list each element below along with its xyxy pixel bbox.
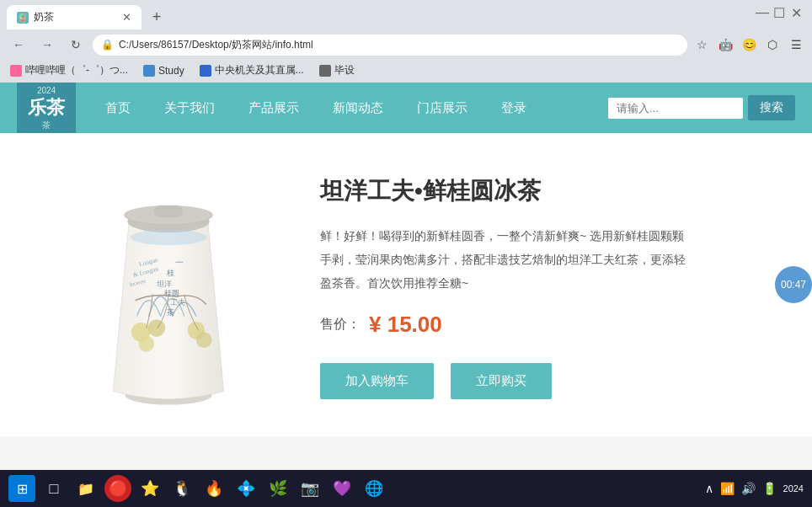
bookmark-gov-label: 中央机关及其直属... [215,63,304,77]
maximize-btn[interactable]: ☐ [773,7,785,19]
search-input[interactable] [608,98,743,119]
timer-badge: 00:47 [775,266,812,303]
search-area: 搜索 [608,95,795,120]
address-text: C:/Users/86157/Desktop/奶茶网站/info.html [119,38,313,52]
study-icon [143,65,155,77]
gov-icon [200,65,211,77]
svg-point-9 [196,332,212,348]
nav-links: 首页 关于我们 产品展示 新闻动态 门店展示 登录 [101,96,608,120]
extensions-btn[interactable]: ⬡ [763,35,782,54]
security-icon: 🔒 [101,39,114,51]
extension-icon[interactable]: 😊 [740,35,758,54]
svg-text:桂: 桂 [166,269,174,277]
top-navigation: 2024 乐茶 茶 首页 关于我们 产品展示 新闻动态 门店展示 登录 搜索 [0,83,812,133]
svg-point-7 [138,336,154,352]
buy-now-button[interactable]: 立即购买 [451,363,552,399]
nav-home[interactable]: 首页 [101,96,135,120]
bookmark-bilibili[interactable]: 哔哩哔哩（゜-゜）つ... [7,61,131,79]
timer-text: 00:47 [781,279,806,291]
menu-icon[interactable]: ☰ [787,35,805,54]
action-buttons: 加入购物车 立即购买 [320,363,761,399]
tab-favicon: 🧋 [17,12,29,24]
bookmark-star-icon[interactable]: ☆ [692,35,711,54]
bilibili-icon [10,65,22,77]
product-info: 坦洋工夫•鲜桂圆冰茶 鲜！好鲜！喝得到的新鲜桂圆香，一整个清新鲜爽~ 选用新鲜桂… [320,158,761,411]
product-description: 鲜！好鲜！喝得到的新鲜桂圆香，一整个清新鲜爽~ 选用新鲜桂圆颗颗手剥，莹润果肉饱… [320,224,691,295]
nav-products[interactable]: 产品展示 [244,96,303,120]
tab-close-btn[interactable]: ✕ [122,11,131,24]
tab-bar: 🧋 奶茶 ✕ + — ☐ ✕ [0,0,812,29]
svg-text:茶: 茶 [167,308,174,317]
window-controls: — ☐ ✕ [746,0,812,25]
logo-main: 乐茶 [28,96,65,120]
svg-text:一: 一 [175,258,184,267]
logo-sub: 茶 [28,120,65,131]
svg-point-6 [148,319,166,337]
product-title: 坦洋工夫•鲜桂圆冰茶 [320,175,761,207]
svg-text:桂圆: 桂圆 [163,289,179,297]
address-bar[interactable]: 🔒 C:/Users/86157/Desktop/奶茶网站/info.html [93,35,687,56]
bookmark-bilibili-label: 哔哩哔哩（゜-゜）つ... [25,63,128,77]
product-section: 一 桂 坦洋 桂圆 工夫 茶 Longan & Longan Incense 坦… [0,133,812,436]
new-tab-button[interactable]: + [145,6,168,29]
browser-chrome: 🧋 奶茶 ✕ + — ☐ ✕ ← → ↻ 🔒 C:/Users/86157/De… [0,0,812,83]
bookmark-bisher-label: 毕设 [334,63,355,77]
add-to-cart-button[interactable]: 加入购物车 [320,363,434,399]
back-btn[interactable]: ← [7,33,30,56]
active-tab[interactable]: 🧋 奶茶 ✕ [7,5,142,29]
bisher-icon [319,65,331,77]
product-cup-image: 一 桂 坦洋 桂圆 工夫 茶 Longan & Longan Incense [76,158,261,411]
price-value: ¥ 15.00 [369,312,442,338]
price-label: 售价： [320,316,361,334]
bookmarks-bar: 哔哩哔哩（゜-゜）つ... Study 中央机关及其直属... 毕设 [0,60,812,83]
refresh-btn[interactable]: ↻ [64,33,88,56]
logo-box: 2024 乐茶 茶 [17,83,76,133]
bookmark-study-label: Study [158,65,184,77]
bookmark-gov[interactable]: 中央机关及其直属... [196,61,307,79]
tab-title: 奶茶 [34,10,117,24]
svg-text:坦洋: 坦洋 [156,280,172,288]
svg-rect-3 [154,205,183,216]
address-bar-row: ← → ↻ 🔒 C:/Users/86157/Desktop/奶茶网站/info… [0,29,812,60]
profile-icon[interactable]: 🤖 [716,35,735,54]
product-image-area: 一 桂 坦洋 桂圆 工夫 茶 Longan & Longan Incense [51,158,286,411]
minimize-btn[interactable]: — [756,7,768,19]
search-button[interactable]: 搜索 [748,95,795,120]
toolbar-icons: ☆ 🤖 😊 ⬡ ☰ [692,35,805,54]
svg-text:工夫: 工夫 [170,298,185,307]
nav-about[interactable]: 关于我们 [160,96,219,120]
price-row: 售价： ¥ 15.00 [320,312,761,338]
logo-small: 2024 [28,85,65,96]
forward-btn[interactable]: → [35,33,59,56]
logo-area: 2024 乐茶 茶 [17,83,76,133]
nav-stores[interactable]: 门店展示 [413,96,472,120]
nav-login[interactable]: 登录 [497,96,531,120]
close-btn[interactable]: ✕ [790,7,802,19]
website-content: 2024 乐茶 茶 首页 关于我们 产品展示 新闻动态 门店展示 登录 搜索 [0,83,812,436]
bookmark-study[interactable]: Study [140,63,188,78]
svg-point-4 [131,229,206,245]
bookmark-bisher[interactable]: 毕设 [316,61,358,79]
nav-news[interactable]: 新闻动态 [329,96,387,120]
